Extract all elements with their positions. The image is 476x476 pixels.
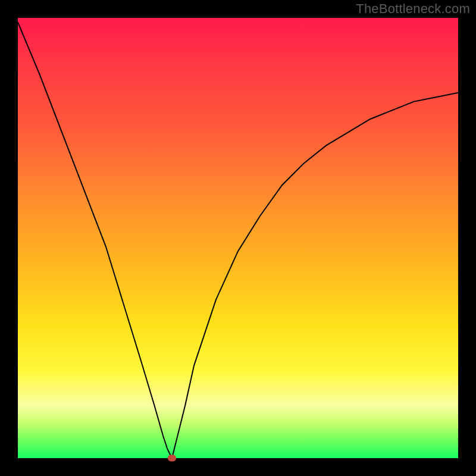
chart-frame: TheBottleneck.com bbox=[0, 0, 476, 476]
optimal-point-marker bbox=[168, 455, 176, 462]
plot-area bbox=[18, 18, 458, 458]
background-gradient bbox=[18, 18, 458, 458]
watermark-label: TheBottleneck.com bbox=[356, 1, 470, 17]
